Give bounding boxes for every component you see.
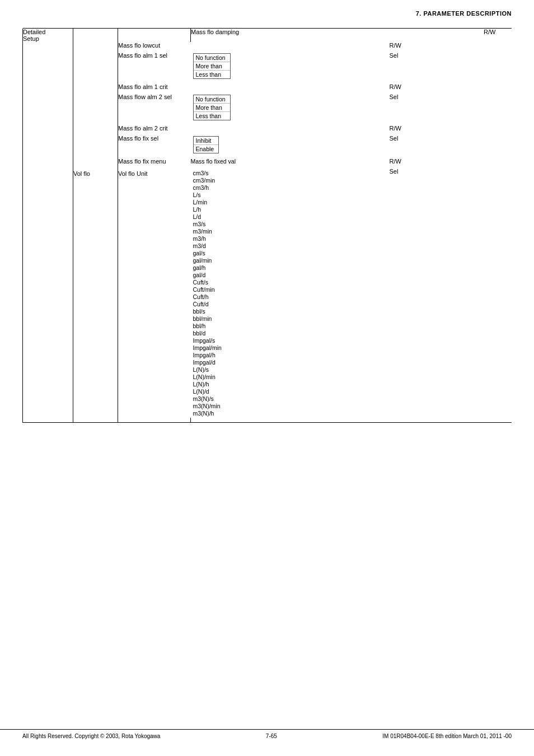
mass-flo-fix-menu-label: Mass flo fix menu xyxy=(118,158,166,165)
vol-flo-row: Vol flo Vol flo Unit cm3/s cm3/min cm3/h… xyxy=(23,168,512,418)
vol-flo-option-3: L/s xyxy=(193,191,294,198)
vol-flo-option-16: Cuft/min xyxy=(193,286,294,293)
vol-flo-option-30: L(N)/d xyxy=(193,388,294,395)
vol-flo-option-11: gal/s xyxy=(193,249,294,256)
vol-flo-option-18: Cuft/d xyxy=(193,300,294,307)
bottom-border-row xyxy=(23,418,512,422)
mass-flo-alm2-crit-label: Mass flo alm 2 crit xyxy=(118,125,168,132)
vol-flo-option-25: Impgal/h xyxy=(193,351,294,358)
vol-flo-option-10: m3/d xyxy=(193,242,294,249)
vol-flo-option-8: m3/min xyxy=(193,227,294,235)
vol-flo-options: cm3/s cm3/min cm3/h L/s L/min L/h L/d m3… xyxy=(193,169,294,417)
mass-flo-alm1-sel-label: Mass flo alm 1 sel xyxy=(118,52,167,59)
vol-flo-option-19: bbl/s xyxy=(193,307,294,315)
vol-flo-option-2: cm3/h xyxy=(193,184,294,191)
vol-flo-option-32: m3(N)/min xyxy=(193,402,294,409)
vol-flo-option-15: Cuft/s xyxy=(193,278,294,286)
vol-flo-option-0: cm3/s xyxy=(193,169,294,176)
mass-flo-alm1-crit-type: R/W xyxy=(390,83,401,90)
vol-flo-option-6: L/d xyxy=(193,213,294,220)
vol-flo-option-9: m3/h xyxy=(193,235,294,242)
mass-flo-alm2-crit-type: R/W xyxy=(390,125,401,132)
vol-flo-option-14: gal/d xyxy=(193,271,294,278)
main-table: Detailed Setup Mass flo damping R/W xyxy=(22,28,512,423)
vol-flo-option-22: bbl/d xyxy=(193,329,294,337)
mass-flo-alm1-crit-row: Mass flo alm 1 crit R/W xyxy=(23,83,512,90)
mass-flo-damping-row: Detailed Setup Mass flo damping R/W xyxy=(23,29,512,39)
mass-flo-lowcut-label: Mass flo lowcut xyxy=(118,42,160,49)
sidebar-label1: Detailed xyxy=(23,29,73,35)
sidebar-label2: Setup xyxy=(23,35,73,42)
mass-flo-alm1-sel-options: No function More than Less than xyxy=(193,53,231,79)
vol-flo-option-23: Impgal/s xyxy=(193,337,294,344)
vol-flo-option-28: L(N)/min xyxy=(193,373,294,380)
vol-flo-option-20: bbl/min xyxy=(193,315,294,322)
option-inhibit: Inhibit xyxy=(194,137,219,145)
vol-flo-option-31: m3(N)/s xyxy=(193,395,294,402)
mass-flo-fix-menu-type: R/W xyxy=(390,158,401,165)
mass-flo-damping-label: Mass flo damping xyxy=(191,29,239,35)
vol-flo-option-4: L/min xyxy=(193,198,294,206)
mass-flo-damping-type: R/W xyxy=(484,29,495,35)
header-title: 7. PARAMETER DESCRIPTION xyxy=(416,10,512,17)
vol-flo-param-name: Vol flo Unit xyxy=(118,170,148,177)
mass-flo-fix-sel-type: Sel xyxy=(390,135,399,142)
mass-flo-lowcut-type: R/W xyxy=(390,42,401,49)
mass-flo-alm2-crit-row: Mass flo alm 2 crit R/W xyxy=(23,125,512,132)
mass-flo-alm1-sel-type: Sel xyxy=(390,52,399,59)
vol-flo-option-7: m3/s xyxy=(193,220,294,227)
footer-copyright: All Rights Reserved. Copyright © 2003, R… xyxy=(22,733,160,739)
vol-flo-section-label: Vol flo xyxy=(73,170,90,177)
option-no-function-2: No function xyxy=(194,95,230,104)
mass-flo-fix-menu-row: Mass flo fix menu Mass flo fixed val R/W xyxy=(23,158,512,165)
vol-flo-option-17: Cuft/h xyxy=(193,293,294,300)
option-less-than-2: Less than xyxy=(194,112,230,120)
option-more-than-1: More than xyxy=(194,62,230,71)
mass-flo-lowcut-row: Mass flo lowcut R/W xyxy=(23,42,512,49)
mass-flow-alm2-sel-type: Sel xyxy=(390,94,399,100)
footer-page-number: 7-65 xyxy=(266,733,277,739)
option-enable: Enable xyxy=(194,145,219,153)
vol-flo-option-1: cm3/min xyxy=(193,176,294,184)
footer-doc-ref: IM 01R04B04-00E-E 8th edition March 01, … xyxy=(382,733,512,739)
vol-flo-option-21: bbl/h xyxy=(193,322,294,329)
mass-flo-fix-menu-options-text: Mass flo fixed val xyxy=(191,158,236,165)
vol-flo-option-27: L(N)/s xyxy=(193,366,294,373)
vol-flo-option-12: gal/min xyxy=(193,256,294,264)
mass-flow-alm2-sel-options: No function More than Less than xyxy=(193,95,231,120)
option-more-than-2: More than xyxy=(194,104,230,112)
vol-flo-option-5: L/h xyxy=(193,206,294,213)
mass-flo-alm1-crit-label: Mass flo alm 1 crit xyxy=(118,83,168,90)
option-no-function-1: No function xyxy=(194,54,230,62)
vol-flo-option-29: L(N)/h xyxy=(193,380,294,388)
vol-flo-option-26: Impgal/d xyxy=(193,358,294,366)
mass-flow-alm2-sel-label: Mass flow alm 2 sel xyxy=(118,94,172,100)
vol-flo-type: Sel xyxy=(390,168,399,175)
page-footer: All Rights Reserved. Copyright © 2003, R… xyxy=(0,729,534,739)
mass-flo-fix-sel-options: Inhibit Enable xyxy=(193,136,219,153)
page-header: 7. PARAMETER DESCRIPTION xyxy=(0,0,534,22)
vol-flo-option-13: gal/h xyxy=(193,264,294,271)
mass-flo-fix-sel-label: Mass flo fix sel xyxy=(118,135,158,142)
vol-flo-option-24: Impgal/min xyxy=(193,344,294,351)
vol-flo-option-33: m3(N)/h xyxy=(193,409,294,417)
option-less-than-1: Less than xyxy=(194,71,230,78)
